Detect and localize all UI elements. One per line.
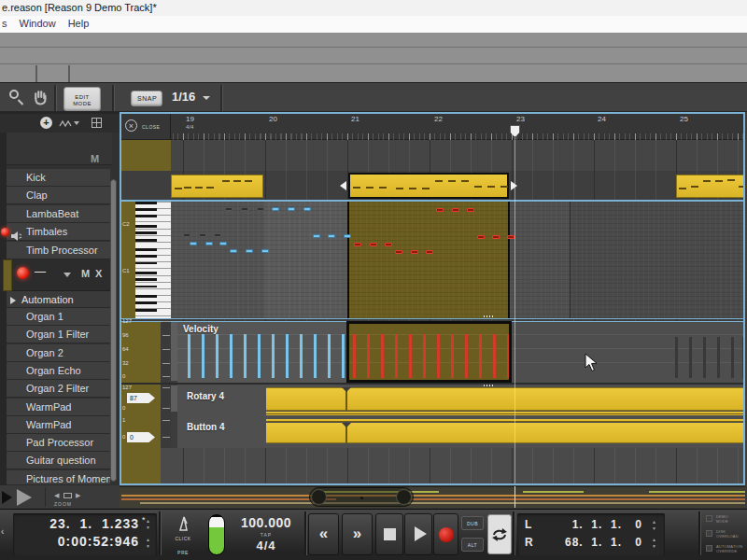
lane-row[interactable]: Organ 2 bbox=[7, 344, 110, 362]
midi-note-normal[interactable] bbox=[303, 207, 311, 211]
midi-note-muted[interactable] bbox=[257, 207, 264, 211]
lane-splitter-blue[interactable] bbox=[121, 318, 743, 319]
velocity-bar-gray[interactable] bbox=[675, 337, 678, 378]
stop-button[interactable] bbox=[375, 513, 403, 555]
scroll-right-arrow-icon[interactable] bbox=[17, 489, 32, 506]
button-automation-clip[interactable] bbox=[266, 423, 743, 443]
record-button[interactable] bbox=[433, 513, 458, 555]
midi-note-normal[interactable] bbox=[190, 242, 197, 245]
loop-button[interactable] bbox=[487, 514, 512, 554]
automation-zigzag-icon[interactable] bbox=[59, 119, 72, 128]
chevron-down-icon[interactable] bbox=[74, 121, 79, 125]
track-row[interactable]: Clap bbox=[7, 187, 110, 204]
midi-note-normal[interactable] bbox=[261, 249, 269, 253]
velocity-bar-blue[interactable] bbox=[300, 334, 303, 378]
chevron-down-icon[interactable] bbox=[63, 273, 71, 277]
track-row[interactable]: Kick bbox=[7, 169, 110, 187]
velocity-selection-frame[interactable] bbox=[346, 321, 512, 383]
midi-note-normal[interactable] bbox=[246, 249, 253, 253]
dub-button[interactable]: DUB bbox=[461, 516, 484, 530]
midi-note-muted[interactable] bbox=[199, 233, 206, 237]
click-section[interactable]: CLICK PRE bbox=[162, 513, 204, 556]
velocity-bar-blue[interactable] bbox=[314, 334, 317, 378]
velocity-bar-blue[interactable] bbox=[286, 334, 289, 378]
lane-row[interactable]: Organ Echo bbox=[7, 362, 110, 380]
midi-note-selected[interactable] bbox=[370, 243, 377, 246]
spinner-up-icon[interactable]: ▲ bbox=[652, 538, 656, 542]
midi-note-normal[interactable] bbox=[230, 249, 237, 253]
hand-tool-icon[interactable] bbox=[31, 88, 48, 106]
lane-row[interactable]: WarmPad bbox=[7, 399, 110, 416]
midi-note-normal[interactable] bbox=[272, 207, 279, 211]
clip-resize-handle-left-icon[interactable] bbox=[340, 181, 346, 190]
midi-note-selected[interactable] bbox=[492, 235, 500, 239]
midi-note-selected[interactable] bbox=[426, 250, 433, 254]
midi-note-normal[interactable] bbox=[328, 234, 335, 238]
selection-handle-dots[interactable] bbox=[484, 385, 495, 386]
midi-note-selected[interactable] bbox=[395, 250, 402, 254]
tracklist-scrollbar[interactable] bbox=[110, 179, 117, 482]
velocity-bar-blue[interactable] bbox=[230, 334, 233, 378]
handle-end-circle[interactable] bbox=[311, 489, 327, 505]
track-row[interactable]: Timb Processor bbox=[7, 242, 110, 259]
velocity-bar-blue[interactable] bbox=[202, 334, 204, 378]
add-track-button[interactable]: + bbox=[40, 117, 52, 129]
lane-row[interactable]: Pad Processor bbox=[7, 434, 110, 452]
velocity-bar-gray[interactable] bbox=[717, 337, 720, 378]
lane-row[interactable]: Pictures of Moments bbox=[7, 470, 110, 485]
play-button[interactable] bbox=[404, 513, 432, 555]
velocity-bar-blue[interactable] bbox=[272, 334, 275, 378]
midi-note-normal[interactable] bbox=[205, 242, 213, 245]
piano-keyboard[interactable] bbox=[135, 202, 171, 318]
alt-button[interactable]: ALT bbox=[461, 538, 484, 552]
rotary-automation-clip[interactable] bbox=[266, 387, 743, 411]
midi-note-muted[interactable] bbox=[183, 233, 190, 237]
window-titlebar[interactable]: e.reason [Reason 9 Demo Track]* bbox=[0, 0, 747, 16]
overview-viewport-handle[interactable] bbox=[309, 487, 414, 507]
midi-note-selected[interactable] bbox=[385, 243, 392, 246]
rewind-button[interactable]: « bbox=[308, 513, 339, 555]
transport-left-chevron-icon[interactable]: ‹ bbox=[1, 526, 4, 537]
track-row[interactable]: Timbales bbox=[7, 223, 110, 241]
lane-row[interactable]: Organ 2 Filter bbox=[7, 380, 110, 398]
velocity-bar-gray[interactable] bbox=[731, 337, 734, 378]
lane-row[interactable]: Organ 1 bbox=[7, 308, 110, 326]
midi-note-normal[interactable] bbox=[219, 242, 227, 245]
snap-value-dropdown[interactable]: 1/16 bbox=[172, 90, 213, 106]
spinner-down-icon[interactable]: ▼ bbox=[146, 544, 150, 549]
spinner-down-icon[interactable]: ▼ bbox=[146, 525, 150, 530]
edit-mode-button[interactable]: EDIT MODE bbox=[63, 87, 101, 111]
monitor-speaker-icon[interactable] bbox=[11, 228, 21, 237]
menu-item-window[interactable]: Window bbox=[20, 16, 56, 33]
velocity-bar-blue[interactable] bbox=[328, 334, 331, 378]
handle-end-circle[interactable] bbox=[396, 489, 412, 505]
arrangement-clip-selected[interactable] bbox=[348, 173, 509, 199]
velocity-bar-blue[interactable] bbox=[188, 334, 190, 378]
grid-view-icon[interactable] bbox=[92, 118, 102, 128]
spinner-up-icon[interactable]: ▲ bbox=[652, 520, 656, 525]
spinner-down-icon[interactable]: ▼ bbox=[652, 526, 656, 531]
magnify-tool-icon[interactable] bbox=[9, 90, 19, 99]
midi-note-muted[interactable] bbox=[241, 207, 248, 211]
velocity-bar-gray[interactable] bbox=[703, 337, 706, 378]
velocity-bar-blue[interactable] bbox=[258, 334, 261, 378]
spinner-up-icon[interactable]: ▲ bbox=[146, 519, 150, 524]
spinner-down-icon[interactable]: ▼ bbox=[652, 544, 656, 549]
tempo-section[interactable]: 100.000 TAP 4/4 bbox=[230, 513, 303, 556]
midi-note-selected[interactable] bbox=[436, 208, 444, 212]
midi-note-normal[interactable] bbox=[313, 234, 320, 238]
menu-item-help[interactable]: Help bbox=[68, 16, 90, 33]
midi-note-selected[interactable] bbox=[507, 235, 514, 239]
snap-button[interactable]: SNAP bbox=[131, 91, 162, 106]
selected-track-header[interactable]: — M X bbox=[12, 259, 112, 291]
velocity-bar-blue[interactable] bbox=[244, 334, 247, 378]
midi-note-selected[interactable] bbox=[467, 208, 474, 212]
close-edit-mode-button[interactable]: × CLOSE bbox=[125, 119, 169, 134]
velocity-bar-blue[interactable] bbox=[216, 334, 218, 378]
selection-handle-dots[interactable] bbox=[484, 315, 495, 317]
velocity-bar-gray[interactable] bbox=[689, 337, 692, 378]
zoom-out-icon[interactable]: ◀ bbox=[54, 492, 59, 498]
fast-forward-button[interactable]: » bbox=[342, 513, 373, 555]
click-level-fader[interactable] bbox=[208, 514, 225, 555]
velocity-bar-blue[interactable] bbox=[342, 334, 345, 378]
